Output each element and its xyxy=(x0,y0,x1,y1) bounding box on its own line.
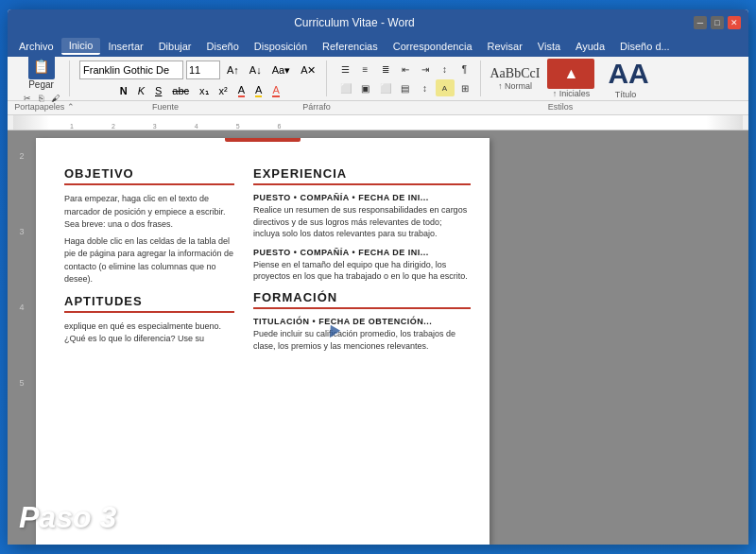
font-size-decrease-button[interactable]: A↓ xyxy=(246,61,266,79)
show-formatting-button[interactable]: ¶ xyxy=(455,61,474,78)
ribbon-row1: 📋 Pegar ✂ ⎘ 🖌 A↑ A↓ xyxy=(8,57,748,100)
styles-group: AaBbCcI ↑ Normal ▲ ↑ Iniciales AA Título xyxy=(485,61,674,96)
skills-para: explique en qué es especialmente bueno. … xyxy=(64,320,234,346)
bold-button[interactable]: N xyxy=(116,81,131,100)
ruler-inner: 1 2 3 4 5 6 xyxy=(13,115,743,130)
ruler-mark-3: 3 xyxy=(153,123,157,130)
justify-button[interactable]: ▤ xyxy=(396,79,415,96)
align-left-button[interactable]: ⬜ xyxy=(336,79,355,96)
borders-button[interactable]: ⊞ xyxy=(455,79,474,96)
font-color-button[interactable]: A xyxy=(234,81,249,100)
brand-mark: ▲ xyxy=(547,59,594,89)
objective-divider xyxy=(64,183,234,185)
minimize-button[interactable]: ─ xyxy=(694,16,707,29)
sort-button[interactable]: ↕ xyxy=(436,61,455,78)
font-row1: A↑ A↓ Aa▾ A✕ xyxy=(79,61,320,79)
objective-heading: OBJETIVO xyxy=(64,166,234,181)
ruler: 1 2 3 4 5 6 xyxy=(8,115,748,130)
numbering-button[interactable]: ≡ xyxy=(356,61,375,78)
page-content: OBJETIVO Para empezar, haga clic en el t… xyxy=(36,138,490,369)
line-spacing-button[interactable]: ↕ xyxy=(416,79,435,96)
text-color-button[interactable]: A xyxy=(268,81,283,100)
portapapeles-label: Portapapeles ⌃ xyxy=(13,101,76,113)
align-center-button[interactable]: ▣ xyxy=(356,79,375,96)
job1-desc: Realice un resumen de sus responsabilida… xyxy=(253,204,471,240)
italic-button[interactable]: K xyxy=(134,81,148,100)
menu-referencias[interactable]: Referencias xyxy=(315,39,386,54)
edu-title: TITULACIÓN • FECHA DE OBTENCIÓN... xyxy=(253,317,471,326)
page-top-bar xyxy=(225,138,301,142)
app-wrapper: Curriculum Vitae - Word ─ □ ✕ Archivo In… xyxy=(0,0,756,554)
edu-desc: Puede incluir su calificación promedio, … xyxy=(253,328,471,352)
left-margin: 2 3 4 5 xyxy=(8,130,36,545)
menu-inicio[interactable]: Inicio xyxy=(61,38,101,55)
menu-correspondencia[interactable]: Correspondencia xyxy=(386,39,480,54)
style-titulo-label: Título xyxy=(615,90,637,99)
paste-button[interactable]: 📋 Pegar xyxy=(28,53,55,90)
job2-desc: Piense en el tamaño del equipo que ha di… xyxy=(253,259,471,283)
objective-text: Para empezar, haga clic en el texto de m… xyxy=(64,193,234,286)
menu-dibujar[interactable]: Dibujar xyxy=(151,39,199,54)
align-right-button[interactable]: ⬜ xyxy=(376,79,395,96)
maximize-button[interactable]: □ xyxy=(711,16,724,29)
close-button[interactable]: ✕ xyxy=(728,16,741,29)
page-num-2: 2 xyxy=(8,149,36,225)
font-size-input[interactable] xyxy=(186,61,220,79)
objective-para1: Para empezar, haga clic en el texto de m… xyxy=(64,193,234,232)
page-num-5: 5 xyxy=(8,376,36,452)
style-iniciales-label: ↑ Iniciales xyxy=(553,89,591,98)
menu-bar: Archivo Inicio Insertar Dibujar Diseño D… xyxy=(8,36,748,57)
subscript-button[interactable]: x₁ xyxy=(196,81,213,100)
underline-button[interactable]: S xyxy=(151,81,165,100)
ruler-mark-6: 6 xyxy=(278,123,282,130)
increase-indent-button[interactable]: ⇥ xyxy=(416,61,435,78)
ruler-mark-5: 5 xyxy=(236,123,240,130)
menu-insertar[interactable]: Insertar xyxy=(100,39,150,54)
multilevel-list-button[interactable]: ≣ xyxy=(376,61,395,78)
ruler-mark-1: 1 xyxy=(70,123,74,130)
word-window: Curriculum Vitae - Word ─ □ ✕ Archivo In… xyxy=(8,9,748,545)
style-titulo-text: AA xyxy=(608,58,648,90)
skills-heading: APTITUDES xyxy=(64,294,234,308)
menu-vista[interactable]: Vista xyxy=(530,39,568,54)
change-case-button[interactable]: Aa▾ xyxy=(268,61,294,79)
skills-text: explique en qué es especialmente bueno. … xyxy=(64,320,234,346)
menu-diseno2[interactable]: Diseño d... xyxy=(612,39,678,54)
strikethrough-button[interactable]: abc xyxy=(168,81,193,100)
menu-disposicion[interactable]: Disposición xyxy=(247,39,315,54)
superscript-button[interactable]: x² xyxy=(215,81,232,100)
window-controls: ─ □ ✕ xyxy=(694,16,741,29)
document-page: OBJETIVO Para empezar, haga clic en el t… xyxy=(36,138,490,545)
document-area: 2 3 4 5 OBJETIVO Para empezar, haga clic… xyxy=(8,130,748,545)
education-divider xyxy=(253,307,471,309)
font-size-increase-button[interactable]: A↑ xyxy=(223,61,243,79)
ruler-mark-2: 2 xyxy=(112,123,115,130)
ruler-mark-4: 4 xyxy=(195,123,198,130)
shading-button[interactable]: A xyxy=(436,79,455,96)
font-name-input[interactable] xyxy=(79,61,183,79)
clear-formatting-button[interactable]: A✕ xyxy=(297,61,319,79)
style-normal-label: ↑ Normal xyxy=(498,81,532,91)
paso-label: Paso 3 xyxy=(19,500,116,535)
menu-diseno[interactable]: Diseño xyxy=(199,39,247,54)
decrease-indent-button[interactable]: ⇤ xyxy=(396,61,415,78)
style-preview-text: AaBbCcI xyxy=(490,66,541,81)
style-titulo-preview: AA Título xyxy=(602,58,648,99)
style-iniciales-preview: ▲ ↑ Iniciales xyxy=(547,59,594,98)
font-row2: N K S abc x₁ x² A A A xyxy=(116,81,284,100)
page-num-4: 4 xyxy=(8,301,36,376)
paste-icon: 📋 xyxy=(28,53,55,79)
objective-para2: Haga doble clic en las celdas de la tabl… xyxy=(64,235,234,286)
menu-ayuda[interactable]: Ayuda xyxy=(568,39,612,54)
highlight-color-button[interactable]: A xyxy=(251,81,266,100)
paragraph-group: ☰ ≡ ≣ ⇤ ⇥ ↕ ¶ ⬜ ▣ ⬜ ▤ ↕ A xyxy=(331,61,481,96)
title-bar: Curriculum Vitae - Word ─ □ ✕ xyxy=(8,9,748,36)
ribbon-labels: Portapapeles ⌃ Fuente Párrafo Estilos xyxy=(8,100,748,114)
ruler-marks: 1 2 3 4 5 6 xyxy=(13,115,743,130)
ribbon: 📋 Pegar ✂ ⎘ 🖌 A↑ A↓ xyxy=(8,57,748,115)
education-heading: FORMACIÓN xyxy=(253,290,471,304)
bullets-button[interactable]: ☰ xyxy=(336,61,355,78)
fuente-label: Fuente xyxy=(76,101,255,113)
experience-divider xyxy=(253,183,471,185)
menu-revisar[interactable]: Revisar xyxy=(480,39,530,54)
